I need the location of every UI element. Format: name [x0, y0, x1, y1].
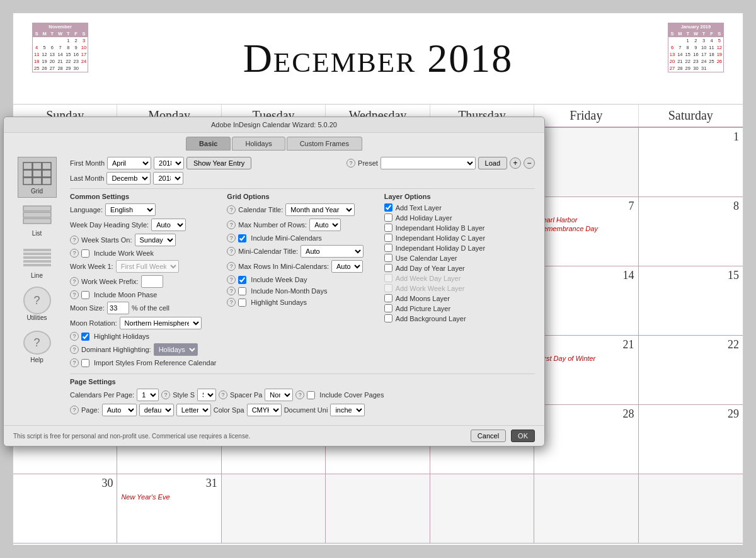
- mini-title-help[interactable]: ?: [227, 247, 236, 256]
- include-cover-pages-checkbox[interactable]: [307, 391, 315, 399]
- max-rows-mini-select[interactable]: Auto: [331, 260, 363, 273]
- independant-c-checkbox[interactable]: [384, 234, 392, 242]
- doc-uni-select[interactable]: inches: [330, 404, 365, 416]
- grid-options-label: Grid Options: [227, 193, 377, 200]
- spacer-pa-select[interactable]: None: [265, 389, 293, 401]
- cal-title-select[interactable]: Month and Year: [285, 203, 355, 216]
- highlight-sundays-help[interactable]: ?: [227, 298, 236, 307]
- calendar-cell-empty: [326, 474, 430, 544]
- page-settings-row2: ? Page: Auto default Letter Color Spa CM…: [70, 404, 535, 416]
- import-styles-checkbox[interactable]: [81, 359, 89, 367]
- style-s-help[interactable]: ?: [161, 390, 170, 399]
- default-select[interactable]: default: [139, 404, 174, 416]
- weekday-heading-select[interactable]: Auto: [151, 219, 186, 231]
- cal-title-row: ? Calendar Title: Month and Year: [227, 203, 377, 216]
- add-work-week-layer-checkbox[interactable]: [384, 284, 392, 292]
- tab-custom-frames[interactable]: Custom Frames: [287, 137, 362, 151]
- work-week-prefix-label: Work Week Prefix:: [81, 278, 139, 285]
- max-rows-select[interactable]: Auto: [309, 219, 341, 231]
- import-styles-help[interactable]: ?: [70, 358, 79, 367]
- highlight-holidays-checkbox[interactable]: [81, 333, 89, 341]
- remove-preset-button[interactable]: −: [524, 157, 535, 169]
- first-month-select[interactable]: April: [107, 157, 151, 169]
- cancel-button[interactable]: Cancel: [471, 430, 506, 442]
- spacer-pa-help[interactable]: ?: [219, 390, 227, 399]
- preset-help-icon[interactable]: ?: [346, 159, 355, 168]
- main-content: First Month April 2018 Show Year Entry ?…: [70, 157, 535, 419]
- max-rows-mini-row: ? Max Rows In Mini-Calendars: Auto: [227, 260, 377, 273]
- add-day-year-checkbox[interactable]: [384, 264, 392, 272]
- preset-select[interactable]: [381, 157, 476, 169]
- highlight-sundays-checkbox[interactable]: [238, 299, 246, 307]
- last-month-year-select[interactable]: 2018: [153, 172, 183, 185]
- sidebar-item-help[interactable]: ? Help: [18, 326, 57, 367]
- include-non-month-label: Include Non-Month Days: [251, 287, 327, 295]
- page-select[interactable]: Auto: [102, 404, 137, 416]
- add-preset-button[interactable]: +: [510, 157, 521, 169]
- sidebar-item-line[interactable]: Line: [18, 241, 57, 282]
- grid-icon: [21, 160, 54, 188]
- dialog-footer: This script is free for personal and non…: [4, 425, 544, 446]
- cal-title-help[interactable]: ?: [227, 205, 236, 214]
- moon-size-input[interactable]: [107, 302, 129, 314]
- dominant-select[interactable]: Holidays: [154, 343, 198, 356]
- cal-per-page-select[interactable]: 1: [137, 389, 159, 401]
- add-text-layer-checkbox[interactable]: [384, 203, 392, 212]
- add-background-layer-checkbox[interactable]: [384, 314, 392, 322]
- moon-phase-help[interactable]: ?: [70, 290, 79, 299]
- work-week-prefix-help[interactable]: ?: [70, 277, 79, 286]
- show-year-entry-button[interactable]: Show Year Entry: [186, 157, 251, 169]
- color-spa-select[interactable]: CMYK: [247, 404, 282, 416]
- include-week-day-row: ? Include Week Day: [227, 275, 377, 284]
- import-styles-row: ? Import Styles From Reference Calendar: [70, 358, 220, 367]
- max-rows-help[interactable]: ?: [227, 220, 236, 229]
- include-non-month-checkbox[interactable]: [238, 287, 246, 295]
- sidebar-item-grid[interactable]: Grid: [18, 157, 57, 198]
- mini-title-select[interactable]: Auto: [301, 245, 364, 258]
- include-week-day-help[interactable]: ?: [227, 275, 236, 284]
- work-week-help[interactable]: ?: [70, 249, 79, 258]
- ok-button[interactable]: OK: [511, 430, 535, 442]
- work-week-prefix-input[interactable]: [141, 275, 163, 288]
- include-moon-phase-checkbox[interactable]: [81, 291, 89, 299]
- style-s-select[interactable]: S: [197, 389, 216, 401]
- include-work-week-checkbox[interactable]: [81, 249, 89, 258]
- highlight-holidays-row: ? Highlight Holidays: [70, 332, 220, 341]
- tab-basic[interactable]: Basic: [186, 137, 231, 151]
- week-starts-help[interactable]: ?: [70, 236, 79, 244]
- add-moons-layer-checkbox[interactable]: [384, 294, 392, 302]
- tab-holidays[interactable]: Holidays: [232, 137, 285, 151]
- add-picture-layer-checkbox[interactable]: [384, 304, 392, 312]
- grid-options-col: Grid Options ? Calendar Title: Month and…: [227, 193, 377, 370]
- independant-b-checkbox[interactable]: [384, 224, 392, 232]
- sidebar-line-label: Line: [31, 272, 43, 279]
- work-week1-select[interactable]: First Full Week: [116, 260, 179, 273]
- include-mini-help[interactable]: ?: [227, 234, 236, 242]
- dominant-help[interactable]: ?: [70, 345, 79, 354]
- cover-pages-help[interactable]: ?: [295, 390, 304, 399]
- week-starts-select[interactable]: Sunday: [135, 234, 176, 246]
- highlight-holidays-help[interactable]: ?: [70, 332, 79, 341]
- sidebar-item-list[interactable]: List: [18, 199, 57, 240]
- include-non-month-help[interactable]: ?: [227, 287, 236, 295]
- include-moon-phase-label: Include Moon Phase: [94, 291, 157, 299]
- add-week-day-layer-checkbox[interactable]: [384, 274, 392, 282]
- calendar-cell-7: 7 Pearl HarborRemembrance Day: [534, 197, 638, 266]
- last-month-select[interactable]: December: [106, 172, 151, 185]
- include-mini-checkbox[interactable]: [238, 234, 246, 242]
- language-select[interactable]: English: [105, 203, 156, 216]
- use-calendar-layer-checkbox[interactable]: [384, 254, 392, 262]
- moon-rotation-select[interactable]: Northern Hemisphere (DOC): [120, 317, 202, 329]
- load-button[interactable]: Load: [478, 157, 507, 169]
- max-rows-mini-help[interactable]: ?: [227, 262, 236, 271]
- page-settings-label: Page Settings: [70, 378, 535, 385]
- independant-d-checkbox[interactable]: [384, 244, 392, 252]
- first-month-year-select[interactable]: 2018: [154, 157, 184, 169]
- add-holiday-layer-checkbox[interactable]: [384, 214, 392, 222]
- letter-select[interactable]: Letter: [176, 404, 211, 416]
- page-help[interactable]: ?: [70, 406, 79, 414]
- sidebar-item-utilities[interactable]: ? Utilities: [18, 283, 57, 324]
- layer-options-label: Layer Options: [384, 193, 535, 200]
- dialog-tabs: Basic Holidays Custom Frames: [4, 133, 544, 151]
- include-week-day-checkbox[interactable]: [238, 276, 246, 284]
